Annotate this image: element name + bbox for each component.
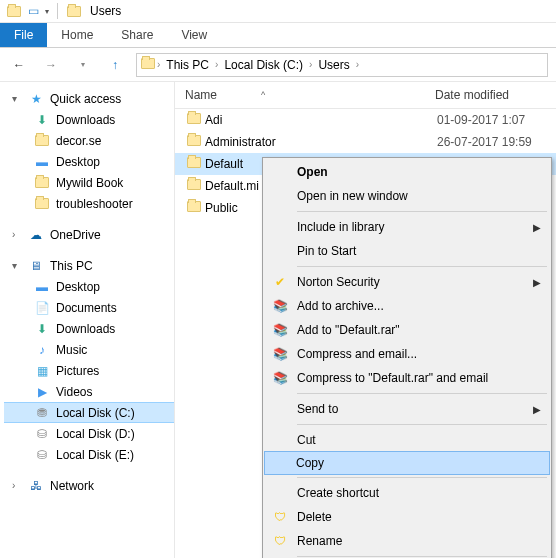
ribbon-tabs: File Home Share View <box>0 23 556 48</box>
disk-icon: ⛁ <box>34 447 50 463</box>
folder-icon <box>187 135 205 149</box>
disk-icon: ⛃ <box>34 405 50 421</box>
tree-label: Pictures <box>56 364 99 378</box>
column-date[interactable]: Date modified <box>435 88 556 102</box>
desktop-icon: ▬ <box>34 279 50 295</box>
chevron-right-icon: ▶ <box>533 277 541 288</box>
tree-label: Local Disk (D:) <box>56 427 135 441</box>
up-button[interactable]: ↑ <box>104 54 126 76</box>
tree-downloads[interactable]: ⬇Downloads <box>4 109 174 130</box>
list-item[interactable]: Administrator26-07-2017 19:59 <box>175 131 556 153</box>
downloads-icon: ⬇ <box>34 321 50 337</box>
tree-pc-local-c[interactable]: ⛃Local Disk (C:) <box>4 402 174 423</box>
rar-icon: 📚 <box>271 321 289 339</box>
tab-file[interactable]: File <box>0 23 47 47</box>
tree-mywild[interactable]: Mywild Book <box>4 172 174 193</box>
tree-desktop[interactable]: ▬Desktop <box>4 151 174 172</box>
chevron-right-icon[interactable]: › <box>309 59 312 70</box>
ctx-label: Send to <box>297 402 338 416</box>
chevron-right-icon[interactable]: › <box>157 59 160 70</box>
documents-icon: 📄 <box>34 300 50 316</box>
tree-onedrive[interactable]: ›☁OneDrive <box>4 224 174 245</box>
tree-pc-local-e[interactable]: ⛁Local Disk (E:) <box>4 444 174 465</box>
tree-label: Desktop <box>56 155 100 169</box>
ctx-compress-email[interactable]: 📚Compress and email... <box>265 342 549 366</box>
tree-thispc[interactable]: ▾🖥This PC <box>4 255 174 276</box>
ctx-rename[interactable]: 🛡Rename <box>265 529 549 553</box>
tree-pc-videos[interactable]: ▶Videos <box>4 381 174 402</box>
videos-icon: ▶ <box>34 384 50 400</box>
crumb-disk[interactable]: Local Disk (C:) <box>220 58 307 72</box>
file-date: 26-07-2017 19:59 <box>437 135 532 149</box>
ctx-open-new-window[interactable]: Open in new window <box>265 184 549 208</box>
navigation-bar: ← → ▾ ↑ › This PC › Local Disk (C:) › Us… <box>0 48 556 82</box>
ctx-delete[interactable]: 🛡Delete <box>265 505 549 529</box>
tab-home[interactable]: Home <box>47 23 107 47</box>
downloads-icon: ⬇ <box>34 112 50 128</box>
ctx-pin-start[interactable]: Pin to Start <box>265 239 549 263</box>
ctx-add-archive[interactable]: 📚Add to archive... <box>265 294 549 318</box>
tree-label: Local Disk (E:) <box>56 448 134 462</box>
crumb-users[interactable]: Users <box>314 58 353 72</box>
tree-label: Desktop <box>56 280 100 294</box>
tab-view[interactable]: View <box>167 23 221 47</box>
tree-decor[interactable]: decor.se <box>4 130 174 151</box>
ctx-include-library[interactable]: Include in library▶ <box>265 215 549 239</box>
separator <box>297 424 547 425</box>
address-bar[interactable]: › This PC › Local Disk (C:) › Users › <box>136 53 548 77</box>
back-button[interactable]: ← <box>8 54 30 76</box>
ctx-cut[interactable]: Cut <box>265 428 549 452</box>
tree-pc-music[interactable]: ♪Music <box>4 339 174 360</box>
chevron-right-icon[interactable]: › <box>356 59 359 70</box>
music-icon: ♪ <box>34 342 50 358</box>
tree-pc-desktop[interactable]: ▬Desktop <box>4 276 174 297</box>
ctx-create-shortcut[interactable]: Create shortcut <box>265 481 549 505</box>
crumb-thispc[interactable]: This PC <box>162 58 213 72</box>
chevron-down-icon[interactable]: ▾ <box>12 260 22 271</box>
tree-network[interactable]: ›🖧Network <box>4 475 174 496</box>
separator <box>297 211 547 212</box>
ctx-copy[interactable]: Copy <box>264 451 550 475</box>
ctx-label: Compress and email... <box>297 347 417 361</box>
list-header[interactable]: Name^ Date modified <box>175 82 556 109</box>
dropdown-icon[interactable]: ▾ <box>45 7 49 16</box>
folder-icon <box>6 3 22 19</box>
properties-qat-icon[interactable]: ▭ <box>28 4 39 18</box>
ctx-label: Norton Security <box>297 275 380 289</box>
tree-pc-documents[interactable]: 📄Documents <box>4 297 174 318</box>
ctx-label: Delete <box>297 510 332 524</box>
chevron-down-icon[interactable]: ▾ <box>12 93 22 104</box>
chevron-right-icon[interactable]: › <box>12 229 22 240</box>
tree-pc-local-d[interactable]: ⛁Local Disk (D:) <box>4 423 174 444</box>
tree-label: Downloads <box>56 113 115 127</box>
column-name[interactable]: Name^ <box>185 88 435 102</box>
folder-icon <box>187 157 205 171</box>
tree-pc-pictures[interactable]: ▦Pictures <box>4 360 174 381</box>
chevron-right-icon[interactable]: › <box>12 480 22 491</box>
chevron-right-icon[interactable]: › <box>215 59 218 70</box>
tree-quick-access[interactable]: ▾ ★ Quick access <box>4 88 174 109</box>
context-menu: Open Open in new window Include in libra… <box>262 157 552 558</box>
star-icon: ★ <box>28 91 44 107</box>
shield-icon: 🛡 <box>271 532 289 550</box>
ctx-compress-default-email[interactable]: 📚Compress to "Default.rar" and email <box>265 366 549 390</box>
list-item[interactable]: Adi01-09-2017 1:07 <box>175 109 556 131</box>
tree-pc-downloads[interactable]: ⬇Downloads <box>4 318 174 339</box>
window-folder-icon <box>66 3 82 19</box>
ctx-open[interactable]: Open <box>265 160 549 184</box>
tree-label: Mywild Book <box>56 176 123 190</box>
ctx-send-to[interactable]: Send to▶ <box>265 397 549 421</box>
tree-label: Downloads <box>56 322 115 336</box>
pc-icon: 🖥 <box>28 258 44 274</box>
ctx-label: Add to "Default.rar" <box>297 323 400 337</box>
tab-share[interactable]: Share <box>107 23 167 47</box>
recent-dropdown[interactable]: ▾ <box>72 54 94 76</box>
chevron-right-icon: ▶ <box>533 404 541 415</box>
tree-label: decor.se <box>56 134 101 148</box>
ctx-norton[interactable]: ✔Norton Security▶ <box>265 270 549 294</box>
tree-label: Music <box>56 343 87 357</box>
tree-troubleshooter[interactable]: troubleshooter <box>4 193 174 214</box>
file-name: Administrator <box>205 135 437 149</box>
separator <box>297 477 547 478</box>
ctx-add-default-rar[interactable]: 📚Add to "Default.rar" <box>265 318 549 342</box>
